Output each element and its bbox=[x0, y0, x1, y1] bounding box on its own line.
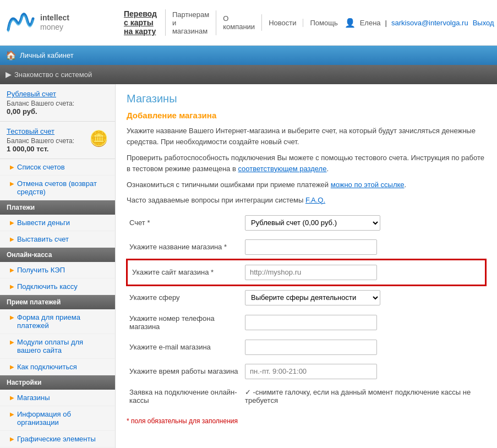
shops-item[interactable]: Магазины bbox=[0, 390, 115, 406]
faq-prefix: Часто задаваемые вопросы при интеграции … bbox=[127, 196, 305, 204]
test-account-title[interactable]: Тестовый счет bbox=[7, 127, 74, 135]
get-kep-item[interactable]: Получить КЭП bbox=[0, 262, 115, 278]
para3-prefix: Ознакомиться с типичными ошибками при пр… bbox=[127, 181, 331, 189]
shop-site-input-cell bbox=[243, 260, 485, 285]
form-table: Счет * Рублевый счет (0,00 руб.) Укажите… bbox=[127, 211, 486, 409]
account-select[interactable]: Рублевый счет (0,00 руб.) bbox=[245, 215, 380, 231]
header-nav: Перевод с карты на карту Партнерам и маг… bbox=[116, 9, 345, 36]
faq-link[interactable]: F.A.Q. bbox=[305, 196, 325, 204]
news-link[interactable]: Новости bbox=[262, 19, 303, 27]
connect-kassa-link[interactable]: Подключить кассу bbox=[10, 282, 108, 291]
kassa-checkbox-row: Заявка на подключение онлайн-кассы ✓ -сн… bbox=[127, 384, 485, 409]
faq-line: Часто задаваемые вопросы при интеграции … bbox=[127, 196, 486, 204]
cabinet-link[interactable]: 🏠 Личный кабинет bbox=[6, 50, 74, 61]
cabinet-label: Личный кабинет bbox=[20, 51, 74, 59]
sidebar: Рублевый счет Баланс Вашего счета: 0,00 … bbox=[0, 84, 116, 448]
test-account-section: Тестовый счет Баланс Вашего счета: 1 000… bbox=[0, 122, 115, 159]
email-label: Укажите e-mail магазина bbox=[127, 335, 243, 359]
user-email[interactable]: sarkisova@intervolga.ru bbox=[391, 19, 468, 27]
phone-input[interactable] bbox=[245, 315, 377, 330]
home-icon: 🏠 bbox=[6, 50, 17, 61]
shop-site-input[interactable] bbox=[245, 265, 377, 280]
modules-item[interactable]: Модули оплаты для вашего сайта bbox=[0, 334, 115, 359]
hours-input[interactable] bbox=[245, 364, 377, 379]
ruble-account-title[interactable]: Рублевый счет bbox=[7, 90, 108, 98]
header-user: 👤 Елена | sarkisova@intervolga.ru Выход bbox=[345, 18, 494, 28]
phone-input-cell bbox=[243, 310, 485, 335]
shops-link[interactable]: Магазины bbox=[10, 394, 108, 402]
test-balance-label: Баланс Вашего счета: bbox=[7, 137, 74, 145]
para3-suffix: . bbox=[405, 181, 407, 189]
ruble-balance-label: Баланс Вашего счета: bbox=[7, 100, 108, 107]
breadcrumb: ▶ Знакомство с системой bbox=[6, 70, 92, 79]
header: intellect money Перевод с карты на карту… bbox=[0, 0, 497, 46]
section-title: Добавление магазина bbox=[127, 111, 486, 120]
kassa-checkbox-label: Заявка на подключение онлайн-кассы bbox=[127, 384, 243, 409]
separator: | bbox=[385, 19, 387, 27]
payment-form-item[interactable]: Форма для приема платежей bbox=[0, 309, 115, 334]
para2-link[interactable]: соответствующем разделе bbox=[238, 165, 326, 173]
email-input[interactable] bbox=[245, 340, 377, 355]
logo-text: intellect money bbox=[40, 13, 69, 32]
sphere-label: Укажите сферу bbox=[127, 285, 243, 310]
top-nav-bar: 🏠 Личный кабинет bbox=[0, 46, 497, 65]
para2-suffix: . bbox=[326, 165, 329, 173]
page-title: Магазины bbox=[127, 92, 486, 105]
sphere-select[interactable]: Выберите сферы деятельности bbox=[245, 290, 380, 305]
email-row: Укажите e-mail магазина bbox=[127, 335, 485, 359]
phone-label: Укажите номер телефона магазина bbox=[127, 310, 243, 335]
logout-link[interactable]: Выход bbox=[473, 19, 494, 27]
settings-header: Настройки bbox=[0, 375, 115, 390]
partners-link[interactable]: Партнерам и магазинам bbox=[166, 10, 216, 35]
user-icon: 👤 bbox=[345, 18, 356, 28]
how-to-connect-link[interactable]: Как подключиться bbox=[10, 363, 108, 371]
graphics-link[interactable]: Графические элементы bbox=[10, 435, 108, 443]
accounts-list-link[interactable]: Список счетов bbox=[10, 163, 108, 171]
invoice-item[interactable]: Выставить счет bbox=[0, 231, 115, 248]
required-note: * поля обязательны для заполнения bbox=[127, 417, 486, 425]
user-name: Елена bbox=[360, 19, 381, 27]
phone-row: Укажите номер телефона магазина bbox=[127, 310, 485, 335]
kassa-checkbox-cell: ✓ -снимите галочку, если на данный момен… bbox=[243, 384, 485, 409]
cancel-accounts-item[interactable]: Отмена счетов (возврат средств) bbox=[0, 176, 115, 200]
breadcrumb-arrow: ▶ bbox=[6, 70, 11, 79]
help-link[interactable]: Помощь bbox=[303, 19, 344, 27]
content-area: Магазины Добавление магазина Укажите наз… bbox=[116, 84, 497, 448]
get-kep-link[interactable]: Получить КЭП bbox=[10, 266, 108, 274]
graphics-item[interactable]: Графические элементы bbox=[0, 431, 115, 447]
kassa-checkbox-desc: ✓ -снимите галочку, если на данный момен… bbox=[245, 388, 471, 405]
sphere-select-cell: Выберите сферы деятельности bbox=[243, 285, 485, 310]
hours-label: Укажите время работы магазина bbox=[127, 359, 243, 384]
shop-site-row: Укажите сайт магазина * bbox=[127, 260, 485, 285]
breadcrumb-bar: ▶ Знакомство с системой bbox=[0, 65, 497, 84]
info-para2: Проверить работоспособность подключения … bbox=[127, 152, 486, 174]
modules-link[interactable]: Модули оплаты для вашего сайта bbox=[10, 338, 108, 354]
about-link[interactable]: О компании bbox=[216, 14, 262, 31]
payments-section-header: Платежи bbox=[0, 200, 115, 215]
cancel-accounts-link[interactable]: Отмена счетов (возврат средств) bbox=[10, 179, 108, 196]
test-account-left: Тестовый счет Баланс Вашего счета: 1 000… bbox=[7, 127, 74, 153]
hours-input-cell bbox=[243, 359, 485, 384]
info-para3: Ознакомиться с типичными ошибками при пр… bbox=[127, 179, 486, 190]
account-row: Счет * Рублевый счет (0,00 руб.) bbox=[127, 211, 485, 235]
para3-link[interactable]: можно по этой ссылке bbox=[331, 181, 405, 189]
withdraw-item[interactable]: Вывести деньги bbox=[0, 215, 115, 231]
payment-form-link[interactable]: Форма для приема платежей bbox=[10, 313, 108, 330]
online-kassa-header: Онлайн-касса bbox=[0, 248, 115, 262]
withdraw-link[interactable]: Вывести деньги bbox=[10, 218, 108, 227]
org-info-item[interactable]: Информация об организации bbox=[0, 406, 115, 431]
how-to-connect-item[interactable]: Как подключиться bbox=[0, 359, 115, 375]
shop-name-input-cell bbox=[243, 235, 485, 260]
shop-name-input[interactable] bbox=[245, 239, 377, 255]
transfer-link[interactable]: Перевод с карты на карту bbox=[116, 9, 166, 36]
logo-icon bbox=[6, 10, 36, 35]
invoice-link[interactable]: Выставить счет bbox=[10, 235, 108, 243]
accounts-list-item[interactable]: Список счетов bbox=[0, 159, 115, 176]
connect-kassa-item[interactable]: Подключить кассу bbox=[0, 278, 115, 295]
breadcrumb-label: Знакомство с системой bbox=[14, 70, 92, 79]
org-info-link[interactable]: Информация об организации bbox=[10, 410, 108, 427]
info-para1: Укажите название Вашего Интернет-магазин… bbox=[127, 125, 486, 147]
logo-area: intellect money bbox=[6, 10, 116, 35]
shop-site-label: Укажите сайт магазина * bbox=[127, 260, 243, 285]
sphere-row: Укажите сферу Выберите сферы деятельност… bbox=[127, 285, 485, 310]
